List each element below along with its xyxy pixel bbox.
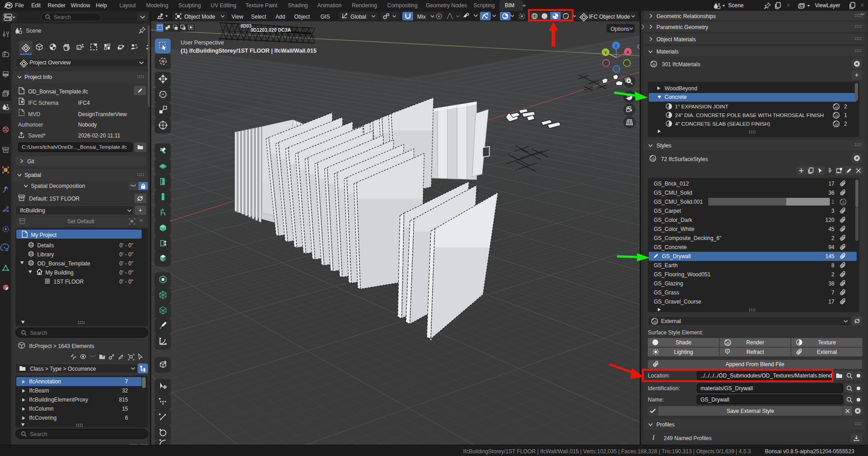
svg-text:Z: Z	[615, 44, 617, 48]
svg-text:X: X	[626, 50, 629, 54]
svg-text:Y: Y	[604, 50, 607, 55]
